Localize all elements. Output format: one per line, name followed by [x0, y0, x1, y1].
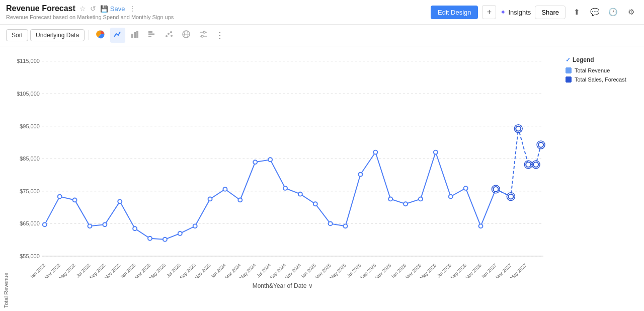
insights-label: Insights: [508, 9, 531, 16]
svg-point-69: [508, 194, 513, 199]
legend-panel: ✓ Legend Total Revenue Total Sales, Fore…: [558, 51, 644, 308]
chart-type-scatter-button[interactable]: [162, 28, 177, 43]
x-axis-title-text: Month&Year of Date: [253, 282, 307, 289]
svg-point-63: [464, 186, 468, 190]
svg-text:$105,000: $105,000: [17, 91, 40, 97]
svg-point-15: [203, 31, 205, 33]
title-row: Revenue Forecast ☆ ↺ 💾 Save ⋮: [6, 4, 431, 13]
chart-svg: $115,000 $105,000 $95,000 $85,000 $75,00…: [17, 51, 548, 278]
upload-button[interactable]: ⬆: [570, 5, 584, 19]
svg-point-9: [170, 31, 172, 33]
sort-button[interactable]: Sort: [6, 29, 28, 41]
refresh-icon[interactable]: ↺: [90, 5, 96, 13]
svg-point-73: [526, 162, 531, 167]
svg-text:Mar 2023: Mar 2023: [134, 263, 151, 278]
total-revenue-line: [45, 152, 511, 240]
star-icon[interactable]: ☆: [79, 5, 86, 13]
chart-type-bar-button[interactable]: [127, 28, 142, 43]
chart-type-line-button[interactable]: [110, 28, 125, 43]
chart-type-geo-button[interactable]: [179, 28, 194, 43]
svg-point-40: [118, 199, 122, 203]
svg-point-64: [479, 224, 483, 228]
svg-point-7: [166, 35, 168, 37]
svg-text:Jan 2026: Jan 2026: [390, 263, 408, 278]
legend-checkbox-forecast[interactable]: [566, 76, 572, 83]
svg-text:Sep 2024: Sep 2024: [269, 263, 287, 278]
svg-text:Mar 2027: Mar 2027: [495, 263, 512, 278]
chart-type-custom-button[interactable]: [196, 28, 211, 43]
svg-text:$115,000: $115,000: [17, 58, 40, 64]
svg-rect-2: [134, 32, 136, 38]
more-options-icon[interactable]: ⋮: [129, 5, 136, 13]
x-axis-chevron-icon: ∨: [308, 282, 313, 289]
share-button[interactable]: Share: [535, 6, 566, 19]
svg-text:Sep 2023: Sep 2023: [179, 263, 197, 278]
svg-text:Mar 2022: Mar 2022: [44, 263, 61, 278]
svg-point-8: [168, 33, 170, 35]
svg-text:$75,000: $75,000: [20, 188, 40, 194]
history-button[interactable]: 🕐: [606, 5, 620, 19]
svg-point-18: [201, 35, 203, 37]
svg-point-41: [133, 226, 137, 230]
legend-label-forecast: Total Sales, Forecast: [575, 76, 626, 83]
svg-text:Sep 2026: Sep 2026: [449, 263, 467, 278]
svg-point-35: [43, 222, 47, 226]
svg-text:Jan 2024: Jan 2024: [209, 263, 227, 278]
svg-text:Jul 2023: Jul 2023: [166, 263, 182, 278]
svg-text:$55,000: $55,000: [20, 253, 40, 259]
svg-text:Nov 2023: Nov 2023: [194, 263, 212, 278]
insights-button[interactable]: ✦ Insights: [500, 8, 531, 16]
comment-button[interactable]: 💬: [588, 5, 602, 19]
legend-checkbox-revenue[interactable]: [566, 67, 572, 73]
legend-item-total-revenue: Total Revenue: [566, 67, 637, 73]
legend-checkbox-icon[interactable]: ✓: [566, 56, 571, 63]
toolbar: Sort Underlying Data ⋮: [0, 25, 644, 46]
svg-point-38: [88, 224, 92, 228]
svg-point-67: [493, 187, 498, 192]
svg-text:Jul 2026: Jul 2026: [436, 263, 452, 278]
header-left: Revenue Forecast ☆ ↺ 💾 Save ⋮ Revenue Fo…: [6, 4, 431, 20]
svg-text:$85,000: $85,000: [20, 156, 40, 162]
svg-text:Jan 2023: Jan 2023: [119, 263, 137, 278]
svg-text:$95,000: $95,000: [20, 123, 40, 129]
y-axis-label: Total Revenue: [0, 51, 12, 308]
svg-point-48: [238, 198, 242, 202]
legend-label-total-revenue: Total Revenue: [575, 67, 610, 73]
svg-point-77: [538, 142, 543, 147]
svg-point-44: [178, 231, 182, 236]
insights-icon: ✦: [500, 8, 506, 16]
chart-type-pie-button[interactable]: [93, 28, 108, 43]
legend-title: ✓ Legend: [566, 56, 637, 63]
chart-container: $115,000 $105,000 $95,000 $85,000 $75,00…: [12, 51, 558, 308]
more-chart-options-button[interactable]: ⋮: [213, 29, 227, 42]
legend-item-forecast: Total Sales, Forecast: [566, 76, 637, 83]
chart-type-hbar-button[interactable]: [144, 28, 159, 43]
svg-point-37: [73, 198, 77, 202]
svg-point-56: [358, 173, 362, 177]
settings-button[interactable]: ⚙: [624, 5, 638, 19]
svg-point-57: [373, 150, 377, 154]
svg-point-53: [313, 202, 317, 206]
svg-text:Jan 2027: Jan 2027: [480, 263, 498, 278]
chart-area: Total Revenue $115,000 $105,000 $95,000 …: [0, 46, 644, 308]
svg-rect-4: [148, 31, 152, 33]
edit-design-button[interactable]: Edit Design: [431, 6, 478, 19]
svg-text:Jul 2024: Jul 2024: [256, 263, 272, 278]
svg-point-50: [268, 158, 272, 162]
underlying-data-button[interactable]: Underlying Data: [30, 29, 85, 41]
page-title: Revenue Forecast: [6, 4, 75, 13]
save-button[interactable]: 💾 Save: [100, 5, 125, 13]
svg-point-62: [449, 195, 453, 199]
x-axis-labels: Jan 2022 Mar 2022 May 2022 Jul 2022 Sep …: [29, 263, 528, 278]
svg-point-58: [388, 197, 392, 201]
svg-point-54: [329, 221, 333, 225]
add-button[interactable]: +: [482, 5, 496, 19]
svg-point-39: [103, 222, 107, 226]
save-disk-icon: 💾: [100, 5, 108, 13]
x-axis-title[interactable]: Month&Year of Date ∨: [17, 279, 548, 292]
svg-rect-1: [131, 34, 133, 38]
svg-point-43: [163, 238, 167, 242]
svg-text:Jul 2022: Jul 2022: [75, 263, 91, 278]
header-right: Edit Design + ✦ Insights Share ⬆ 💬 🕐 ⚙: [431, 5, 638, 19]
svg-rect-3: [136, 31, 138, 38]
